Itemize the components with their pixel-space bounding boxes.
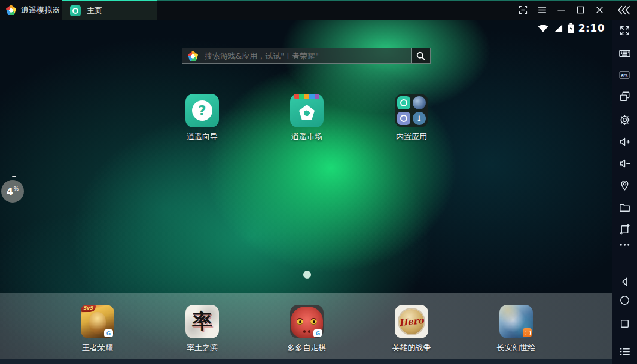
builtin-apps-folder-icon [395,94,428,127]
rotate-screen-button[interactable] [617,222,632,237]
page-indicator-dot [303,271,311,279]
tencent-games-badge-icon [104,329,113,337]
clock: 2:10 [578,22,605,34]
search-input[interactable] [203,51,411,61]
download-mini-icon [413,112,426,125]
cellular-signal-icon [553,24,563,33]
fullscreen-button[interactable] [516,2,531,17]
dock-app-shuaitu-zhibin[interactable]: 率 率土之滨 [150,305,254,353]
search-button[interactable] [412,48,430,63]
rotate-screen-icon [618,222,632,236]
emulator-window: 逍遥模拟器 主页 [0,0,637,364]
status-bar: 2:10 [537,22,605,34]
more-options-button[interactable] [617,237,632,252]
app-label: 逍遥市场 [291,131,322,142]
volume-down-icon [618,157,632,170]
market-app-icon [290,94,324,127]
desktop-folder-builtin-apps[interactable]: 内置应用 [359,94,464,142]
app-brand: 逍遥模拟器 [6,0,60,20]
android-home-screen: 2:10 逍遥向导 逍遥市场 [0,20,612,364]
app-label: 内置应用 [396,131,427,142]
question-mark-icon [192,100,212,121]
settings-button[interactable] [617,112,632,127]
hero-text: Hero [398,315,424,328]
monster-eye-left [297,319,303,325]
list-menu-icon [618,345,632,359]
volume-down-button[interactable] [617,156,632,171]
dock-app-honor-of-kings[interactable]: 5v5 王者荣耀 [45,305,150,353]
tab-home[interactable]: 主页 [62,0,157,20]
5v5-ribbon: 5v5 [81,305,96,312]
app-label: 逍遥向导 [187,131,218,142]
camera-mini-icon [397,112,410,125]
fullscreen-icon [517,4,529,16]
gold-coin: Hero [399,309,424,334]
perf-value: 4 [7,186,13,197]
maximize-button[interactable] [573,2,588,17]
multi-window-button[interactable] [617,89,632,104]
changan-huanshihui-icon [499,305,533,338]
keyboard-icon [618,47,632,60]
multi-window-icon [618,90,632,103]
location-button[interactable] [617,178,632,193]
volume-up-icon [618,135,632,149]
location-pin-icon [618,179,632,192]
tab-home-label: 主页 [87,5,102,16]
android-menu-button[interactable] [617,344,632,359]
search-bar[interactable] [182,48,431,64]
performance-badge[interactable]: 4 % [1,180,24,203]
maximize-icon [575,4,586,16]
ellipsis-icon [618,238,632,252]
dock: 5v5 王者荣耀 率 率土之滨 多多自走棋 [0,293,612,359]
tencent-games-badge-icon [313,329,322,337]
calligraphy-glyph: 率 [192,308,212,335]
toolbar-sidebar: APK [612,20,637,364]
menu-button[interactable] [535,2,550,17]
shared-folder-button[interactable] [617,200,632,215]
globe-mini-icon [413,96,426,109]
desktop-app-guide[interactable]: 逍遥向导 [150,94,254,142]
honor-of-kings-icon: 5v5 [81,305,114,338]
collapse-toolbar-button[interactable] [615,3,633,17]
app-label: 英雄的战争 [392,342,431,353]
hamburger-icon [537,4,548,16]
app-label: 率土之滨 [187,342,218,353]
titlebar: 逍遥模拟器 主页 [0,0,637,20]
close-icon [594,4,605,16]
magnifier-icon [416,51,426,61]
expand-arrows-icon [618,24,632,38]
install-apk-button[interactable]: APK [617,68,632,82]
fullscreen-toggle-button[interactable] [617,23,632,38]
volume-up-button[interactable] [617,134,632,149]
dock-app-auto-chess[interactable]: 多多自走棋 [255,305,359,353]
desktop-app-market[interactable]: 逍遥市场 [255,94,359,142]
svg-text:APK: APK [621,73,628,77]
market-stripes [294,94,319,99]
auto-chess-icon [290,305,324,338]
minimize-icon [556,4,567,16]
battery-charging-icon [568,23,574,33]
home-circle-icon [618,293,632,307]
recent-apps-button[interactable] [617,316,632,331]
search-logo-icon [188,51,198,61]
app-label: 长安幻世绘 [497,342,536,353]
home-button[interactable] [617,293,632,308]
app-label: 多多自走棋 [288,342,327,353]
dock-app-war-of-heroes[interactable]: Hero 英雄的战争 [359,305,464,353]
memu-logo-icon [6,5,16,15]
virtual-keyboard-button[interactable] [617,46,632,61]
minimize-button[interactable] [554,2,569,17]
monster-eye-right [310,319,317,325]
war-of-heroes-icon: Hero [395,305,428,338]
perf-badge-dash [12,176,16,177]
perf-unit: % [14,186,19,192]
market-pentagon-icon [299,105,315,120]
app-label: 王者荣耀 [82,342,113,353]
netease-badge-icon [523,328,532,337]
bottom-strip [0,359,612,364]
dock-app-changan-huanshihui[interactable]: 长安幻世绘 [464,305,568,353]
chevrons-left-icon [617,5,631,16]
back-button[interactable] [617,274,632,289]
home-tab-icon [70,5,81,16]
close-button[interactable] [592,2,607,17]
